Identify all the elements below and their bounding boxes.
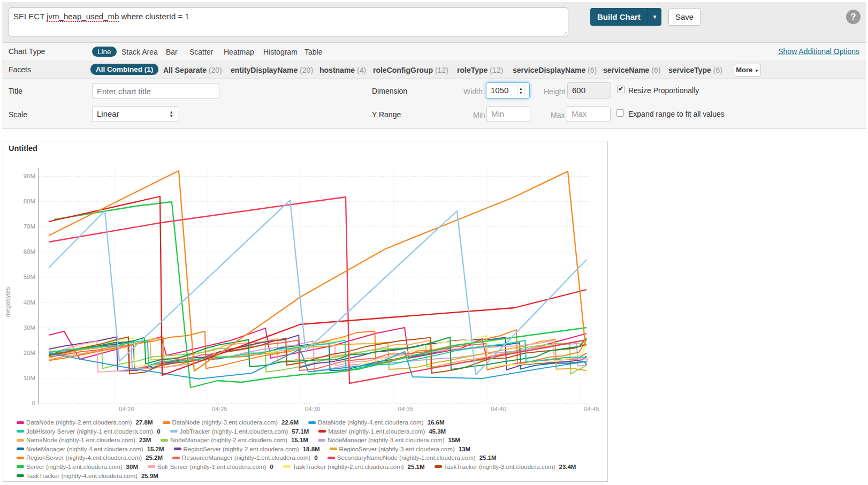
svg-text:0: 0 [32,400,35,406]
svg-text:90M: 90M [24,173,35,179]
svg-text:megabytes: megabytes [4,287,11,317]
svg-text:40M: 40M [24,299,35,306]
svg-text:04:35: 04:35 [398,406,414,412]
svg-text:60M: 60M [24,248,35,255]
svg-text:20M: 20M [24,350,35,356]
svg-text:80M: 80M [24,198,35,204]
svg-text:10M: 10M [24,375,35,381]
svg-text:04:25: 04:25 [212,406,227,412]
svg-text:04:40: 04:40 [491,406,506,412]
svg-text:04:45: 04:45 [584,406,599,412]
svg-text:04:30: 04:30 [305,406,321,412]
svg-text:50M: 50M [24,274,35,280]
svg-text:30M: 30M [24,324,35,331]
svg-text:70M: 70M [24,223,35,230]
svg-text:04:20: 04:20 [119,406,134,412]
